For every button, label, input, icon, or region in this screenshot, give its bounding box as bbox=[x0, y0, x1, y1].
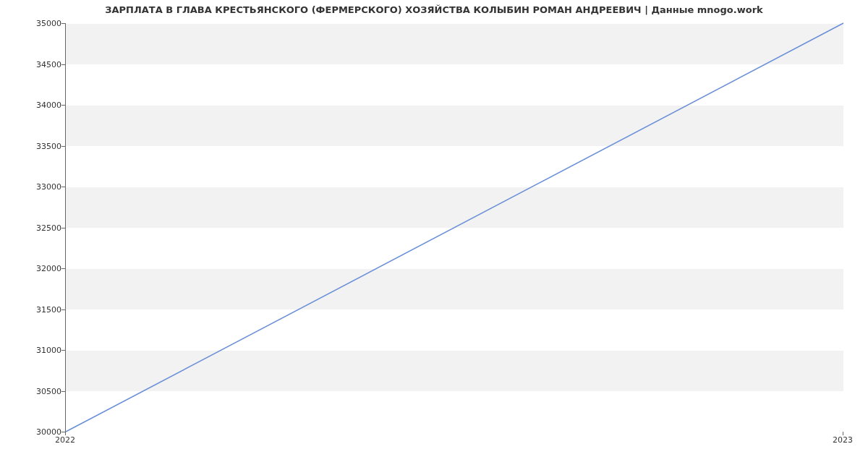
y-tick-mark bbox=[61, 268, 65, 269]
y-tick-mark bbox=[61, 64, 65, 65]
y-tick-mark bbox=[61, 350, 65, 351]
x-tick-mark bbox=[65, 432, 66, 435]
y-tick-mark bbox=[61, 391, 65, 392]
y-tick-label: 35000 bbox=[18, 19, 61, 28]
x-tick-label: 2023 bbox=[833, 435, 853, 445]
y-tick-label: 33000 bbox=[18, 182, 61, 192]
chart-container: ЗАРПЛАТА В ГЛАВА КРЕСТЬЯНСКОГО (ФЕРМЕРСК… bbox=[0, 0, 868, 470]
x-tick-mark bbox=[843, 432, 843, 435]
gridline bbox=[66, 432, 843, 432]
y-tick-mark bbox=[61, 187, 65, 187]
y-tick-mark bbox=[61, 23, 65, 24]
plot-area bbox=[65, 23, 843, 432]
y-tick-mark bbox=[61, 105, 65, 106]
y-tick-label: 33500 bbox=[18, 141, 61, 150]
chart-title: ЗАРПЛАТА В ГЛАВА КРЕСТЬЯНСКОГО (ФЕРМЕРСК… bbox=[0, 4, 868, 15]
x-tick-label: 2022 bbox=[55, 435, 75, 445]
y-tick-mark bbox=[61, 146, 65, 147]
data-line bbox=[66, 23, 843, 432]
line-layer bbox=[66, 23, 843, 432]
y-tick-label: 34500 bbox=[18, 59, 61, 69]
y-tick-label: 31000 bbox=[18, 346, 61, 355]
y-tick-label: 30500 bbox=[18, 386, 61, 396]
y-tick-label: 31500 bbox=[18, 304, 61, 314]
y-tick-label: 34000 bbox=[18, 101, 61, 110]
y-tick-label: 32500 bbox=[18, 223, 61, 232]
y-tick-mark bbox=[61, 228, 65, 228]
y-tick-mark bbox=[61, 309, 65, 310]
y-tick-label: 32000 bbox=[18, 264, 61, 273]
